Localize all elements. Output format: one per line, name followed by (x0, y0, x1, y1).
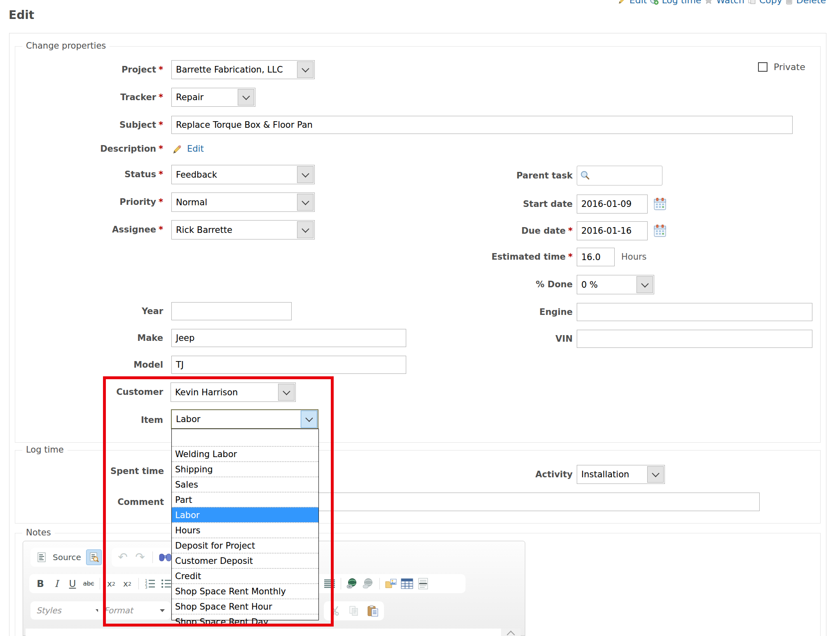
dropdown-option[interactable]: Shop Space Rent Hour (172, 598, 318, 614)
dropdown-option[interactable]: Shop Space Rent Day (172, 614, 318, 629)
due-date-input[interactable]: 2016-01-16 (577, 221, 648, 240)
status-select-value: Feedback (172, 165, 296, 184)
priority-select-arrow[interactable] (297, 194, 314, 211)
year-input[interactable] (171, 302, 292, 320)
tracker-select-value: Repair (172, 88, 237, 106)
dropdown-option[interactable]: Deposit for Project (172, 537, 318, 553)
activity-select-arrow[interactable] (647, 466, 664, 483)
percent-done-label: % Done (367, 275, 573, 294)
assignee-select-arrow[interactable] (297, 221, 314, 238)
dropdown-option[interactable]: Sales (172, 476, 318, 492)
item-select-arrow[interactable] (301, 411, 317, 428)
tracker-select[interactable]: Repair (171, 88, 255, 107)
bulleted-list-icon[interactable] (160, 577, 172, 590)
make-label: Make (15, 329, 163, 347)
link-icon[interactable] (346, 577, 358, 590)
toolbar-separator (341, 578, 341, 589)
editor-undo-group: ↶ ↷ (112, 548, 176, 567)
blockquote-icon[interactable] (323, 577, 336, 590)
paste-icon[interactable] (367, 605, 379, 617)
customer-select-arrow[interactable] (278, 384, 295, 401)
item-select[interactable]: Labor (171, 409, 318, 429)
log-time-fieldset (15, 450, 821, 523)
due-date-label: Due date* (367, 221, 573, 240)
context-toolbar: Edit Log time Watch Copy Delete (618, 0, 826, 5)
calendar-icon[interactable] (653, 224, 667, 237)
dropdown-option[interactable]: Part (172, 492, 318, 507)
chevron-down-icon (283, 387, 290, 395)
preview-icon[interactable] (86, 549, 102, 565)
customer-select[interactable]: Kevin Harrison (171, 383, 296, 402)
numbered-list-icon[interactable]: 123 (144, 577, 156, 590)
delete-action-link[interactable]: Delete (785, 0, 826, 5)
estimated-time-label: Estimated time* (367, 248, 573, 266)
edit-action-link[interactable]: Edit (618, 0, 647, 5)
assignee-select[interactable]: Rick Barrette (171, 220, 315, 239)
percent-done-select[interactable]: 0 % (577, 275, 654, 294)
dropdown-option[interactable]: Shipping (172, 461, 318, 476)
engine-input[interactable] (577, 303, 812, 321)
dropdown-option[interactable]: Credit (172, 568, 318, 583)
status-select[interactable]: Feedback (171, 165, 315, 184)
dropdown-option-selected[interactable]: Labor (172, 507, 318, 522)
undo-icon[interactable]: ↶ (117, 551, 129, 563)
notes-legend: Notes (22, 528, 55, 537)
priority-select[interactable]: Normal (171, 192, 315, 212)
bold-icon[interactable]: B (34, 577, 47, 590)
pencil-icon (618, 0, 627, 5)
start-date-input[interactable]: 2016-01-09 (577, 195, 648, 214)
magnifier-icon (580, 170, 590, 181)
unlink-icon[interactable] (362, 577, 374, 590)
strikethrough-icon[interactable]: abc (82, 577, 95, 590)
project-select-arrow[interactable] (297, 61, 314, 78)
cut-icon[interactable] (329, 605, 341, 617)
percent-done-arrow[interactable] (636, 276, 653, 293)
status-select-arrow[interactable] (297, 166, 314, 183)
image-icon[interactable] (385, 577, 397, 590)
vin-input[interactable] (577, 330, 812, 348)
watch-action-link[interactable]: Watch (704, 0, 744, 5)
underline-icon[interactable]: U (66, 577, 79, 590)
chevron-down-icon (302, 225, 309, 232)
parent-task-input[interactable] (577, 166, 662, 185)
year-label: Year (15, 302, 163, 320)
dropdown-option-blank[interactable] (172, 429, 318, 446)
trash-icon (785, 0, 793, 5)
source-button[interactable]: Source (53, 552, 81, 562)
item-dropdown-list: Welding Labor Shipping Sales Part Labor … (171, 429, 319, 620)
activity-select[interactable]: Installation (577, 465, 665, 484)
copy-action-link[interactable]: Copy (747, 0, 782, 5)
format-combo[interactable]: Format (98, 601, 171, 620)
description-edit-link[interactable]: Edit (187, 144, 204, 154)
find-replace-icon[interactable] (159, 551, 171, 563)
change-properties-legend: Change properties (22, 41, 110, 51)
dropdown-option[interactable]: Shop Space Rent Monthly (172, 583, 318, 598)
tracker-select-arrow[interactable] (238, 89, 254, 106)
toolbar-collapse-button[interactable] (501, 629, 521, 636)
item-select-value: Labor (172, 410, 300, 428)
copy-doc-icon[interactable] (348, 605, 360, 617)
horizontal-rule-icon[interactable] (417, 577, 429, 590)
clock-plus-icon (650, 0, 659, 5)
chevron-down-icon (305, 414, 313, 422)
italic-icon[interactable]: I (50, 577, 63, 590)
caret-down-icon (160, 609, 165, 612)
dropdown-option[interactable]: Customer Deposit (172, 553, 318, 568)
private-checkbox[interactable] (758, 62, 767, 72)
table-icon[interactable] (401, 577, 413, 590)
priority-select-value: Normal (172, 193, 296, 211)
superscript-icon[interactable]: x2 (121, 577, 133, 590)
styles-combo[interactable]: Styles (30, 601, 106, 620)
dropdown-option[interactable]: Welding Labor (172, 446, 318, 461)
redo-icon[interactable]: ↷ (134, 551, 146, 563)
subscript-icon[interactable]: x2 (105, 577, 117, 590)
editor-content-area[interactable] (26, 629, 501, 636)
project-select[interactable]: Barrette Fabrication, LLC (171, 60, 315, 79)
dropdown-option[interactable]: Hours (172, 522, 318, 537)
estimated-time-input[interactable]: 16.0 (577, 248, 615, 266)
description-label: Description* (15, 142, 163, 155)
calendar-icon[interactable] (653, 197, 667, 211)
log-time-action-link[interactable]: Log time (650, 0, 701, 5)
subject-input[interactable]: Replace Torque Box & Floor Pan (171, 116, 793, 134)
model-input[interactable]: TJ (171, 356, 406, 374)
